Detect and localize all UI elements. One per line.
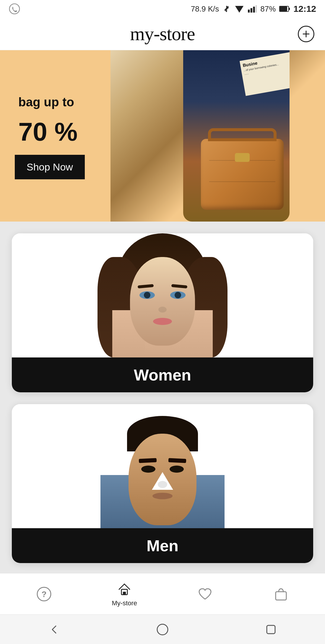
- banner-percent: 70 %: [15, 118, 96, 146]
- back-icon: [47, 622, 61, 637]
- add-button[interactable]: [298, 26, 314, 42]
- nav-item-help[interactable]: ?: [36, 586, 52, 602]
- home-nav-label: My-store: [112, 599, 137, 607]
- network-speed: 78.9 K/s: [191, 4, 219, 14]
- battery-percent: 87%: [260, 4, 276, 14]
- categories-section: Women: [0, 222, 325, 575]
- men-category-label: Men: [12, 528, 313, 563]
- svg-rect-3: [251, 8, 252, 13]
- svg-rect-7: [280, 6, 287, 11]
- android-recent-button[interactable]: [262, 621, 280, 638]
- svg-point-0: [9, 4, 20, 14]
- android-recent-icon: [264, 622, 278, 637]
- banner-image: Busine ...of your borrowing colonies... …: [104, 50, 325, 222]
- women-category-card[interactable]: Women: [12, 233, 313, 392]
- phone-icon: [9, 3, 20, 14]
- nav-item-cart[interactable]: [273, 586, 289, 602]
- status-left: [9, 3, 20, 14]
- banner-text-area: bag up to 70 % Shop Now: [0, 50, 110, 222]
- signal-icon: [248, 5, 257, 13]
- bluetooth-icon: [222, 5, 231, 13]
- status-right: 78.9 K/s 87% 12:12: [191, 4, 316, 14]
- shop-now-button[interactable]: Shop Now: [15, 155, 85, 179]
- svg-text:?: ?: [41, 590, 46, 599]
- men-image-area: [12, 404, 313, 528]
- home-icon: [116, 581, 133, 598]
- svg-rect-15: [276, 592, 286, 600]
- wifi-icon: [234, 5, 244, 13]
- bottom-navigation: ? My-store: [0, 573, 325, 614]
- men-category-card[interactable]: Men: [12, 404, 313, 563]
- android-navigation-bar: [0, 614, 325, 644]
- status-bar: 78.9 K/s 87% 12:12: [0, 0, 325, 18]
- status-time: 12:12: [293, 4, 316, 14]
- promo-banner: Busine ...of your borrowing colonies... …: [0, 50, 325, 222]
- cart-icon: [273, 586, 289, 602]
- banner-label: bag up to: [15, 93, 96, 112]
- women-category-label: Women: [12, 357, 313, 392]
- svg-rect-2: [248, 10, 250, 13]
- svg-marker-1: [235, 6, 243, 13]
- svg-point-16: [157, 624, 168, 635]
- nav-item-wishlist[interactable]: [197, 586, 213, 602]
- women-image-area: [12, 233, 313, 357]
- android-back-button[interactable]: [45, 621, 63, 638]
- svg-rect-5: [256, 5, 257, 13]
- help-icon: ?: [36, 586, 52, 602]
- android-home-button[interactable]: [154, 621, 171, 638]
- battery-icon: [279, 6, 290, 12]
- plus-icon: [301, 29, 311, 39]
- svg-rect-17: [267, 625, 275, 634]
- app-title: my-store: [130, 23, 195, 45]
- app-header: my-store: [0, 18, 325, 50]
- android-home-icon: [155, 622, 170, 637]
- svg-rect-4: [253, 7, 255, 13]
- svg-rect-8: [289, 8, 290, 10]
- nav-item-home[interactable]: My-store: [112, 581, 137, 607]
- svg-rect-14: [123, 592, 126, 595]
- heart-icon: [197, 586, 213, 602]
